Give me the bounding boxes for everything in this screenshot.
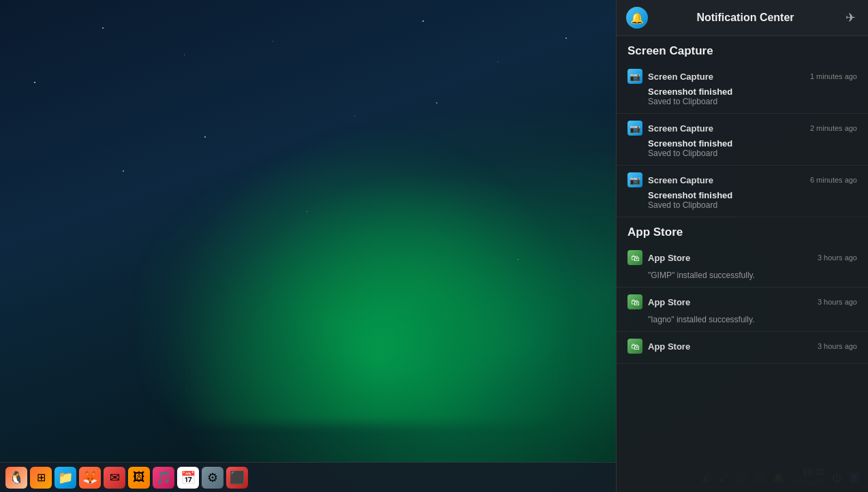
notif-top-row: 🛍 App Store 3 hours ago	[627, 250, 857, 265]
notif-body: "GIMP" installed successfully.	[627, 268, 857, 280]
notification-header: 🔔 Notification Center ✈	[617, 0, 868, 36]
star	[204, 136, 206, 138]
star	[497, 61, 498, 62]
notif-time: 1 minutes ago	[810, 72, 857, 80]
notif-time: 3 hours ago	[818, 342, 857, 350]
taskbar-icon-files[interactable]: 📁	[55, 467, 76, 489]
star	[354, 116, 355, 117]
star	[273, 41, 273, 42]
notification-item[interactable]: 🛍 App Store 3 hours ago "Iagno" installe…	[617, 288, 868, 332]
screen-capture-app-icon: 📷	[627, 121, 642, 136]
notification-panel: 🔔 Notification Center ✈ Screen Capture 📷…	[616, 0, 868, 492]
taskbar-apps: 🐧 ⊞ 📁 🦊 ✉ 🖼 🎵 📅 ⚙ ⬛	[0, 467, 693, 489]
notification-item[interactable]: 🛍 App Store 3 hours ago "GIMP" installed…	[617, 243, 868, 288]
notif-app-name: App Store	[648, 297, 690, 307]
notif-time: 6 minutes ago	[810, 176, 857, 184]
star	[436, 102, 437, 104]
star	[102, 27, 104, 29]
notif-time: 3 hours ago	[818, 298, 857, 306]
taskbar-icon-music[interactable]: 🎵	[153, 467, 174, 489]
screen-capture-app-icon: 📷	[627, 69, 642, 84]
taskbar-icon-apps[interactable]: ⊞	[30, 467, 52, 489]
notification-item[interactable]: 🛍 App Store 3 hours ago	[617, 332, 868, 364]
clear-notifications-icon[interactable]: ✈	[843, 7, 858, 28]
notif-top-row: 📷 Screen Capture 2 minutes ago	[627, 121, 857, 136]
notif-top-row: 🛍 App Store 3 hours ago	[627, 339, 857, 354]
notification-item[interactable]: 📷 Screen Capture 2 minutes ago Screensho…	[617, 114, 868, 166]
notification-body: Screen Capture 📷 Screen Capture 1 minute…	[617, 36, 868, 492]
notif-body: Saved to Clipboard	[627, 200, 857, 210]
notif-body: "Iagno" installed successfully.	[627, 312, 857, 324]
taskbar-icon-photos[interactable]: 🖼	[128, 467, 150, 489]
star	[565, 37, 567, 39]
notif-title: Screenshot finished	[627, 138, 857, 149]
notif-time: 2 minutes ago	[810, 124, 857, 132]
notif-body: Saved to Clipboard	[627, 97, 857, 106]
bell-icon: 🔔	[626, 7, 648, 29]
notif-app-name: App Store	[648, 253, 690, 263]
taskbar-icon-terminal[interactable]: ⬛	[226, 467, 248, 489]
notif-top-row: 🛍 App Store 3 hours ago	[627, 294, 857, 309]
taskbar-icon-mail[interactable]: ✉	[104, 467, 125, 489]
notif-top-row: 📷 Screen Capture 6 minutes ago	[627, 172, 857, 187]
notif-app-name: Screen Capture	[648, 123, 713, 134]
taskbar-icon-firefox[interactable]: 🦊	[79, 467, 101, 489]
app-store-section-header: App Store	[617, 217, 868, 243]
star	[184, 55, 185, 55]
notif-top-row: 📷 Screen Capture 1 minutes ago	[627, 69, 857, 84]
notif-app-name: App Store	[648, 341, 690, 352]
star	[518, 259, 518, 260]
notif-app-name: Screen Capture	[648, 72, 713, 82]
app-store-app-icon: 🛍	[627, 339, 642, 354]
screen-capture-app-icon: 📷	[627, 172, 642, 187]
notif-time: 3 hours ago	[818, 253, 857, 262]
app-store-app-icon: 🛍	[627, 250, 642, 265]
app-store-app-icon: 🛍	[627, 294, 642, 309]
star	[422, 20, 424, 22]
taskbar-icon-system[interactable]: 🐧	[5, 467, 27, 489]
notif-body: Saved to Clipboard	[627, 149, 857, 158]
star	[307, 211, 307, 212]
taskbar-icon-settings[interactable]: ⚙	[202, 467, 223, 489]
star	[123, 170, 124, 172]
screen-capture-section-header: Screen Capture	[617, 36, 868, 62]
notif-app-name: Screen Capture	[648, 175, 713, 185]
notification-item[interactable]: 📷 Screen Capture 6 minutes ago Screensho…	[617, 166, 868, 217]
star	[34, 82, 35, 83]
notification-item[interactable]: 📷 Screen Capture 1 minutes ago Screensho…	[617, 62, 868, 114]
notification-panel-title: Notification Center	[655, 12, 836, 24]
notif-title: Screenshot finished	[627, 190, 857, 200]
notif-title: Screenshot finished	[627, 87, 857, 97]
taskbar-icon-calendar[interactable]: 📅	[177, 467, 199, 489]
